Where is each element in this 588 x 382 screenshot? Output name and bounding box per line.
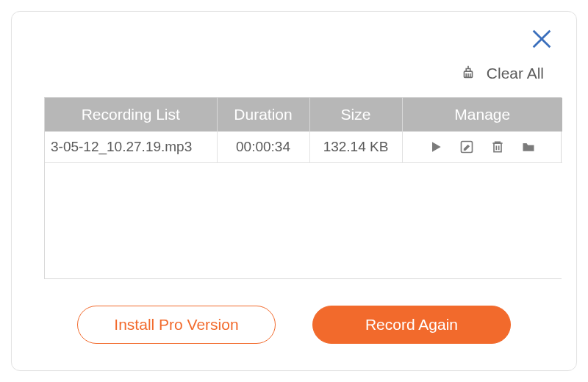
clear-all-button[interactable]: Clear All: [460, 65, 544, 82]
header-manage: Manage: [402, 98, 562, 131]
record-again-label: Record Again: [365, 316, 458, 334]
dialog-button-row: Install Pro Version Record Again: [12, 306, 576, 344]
install-pro-button[interactable]: Install Pro Version: [77, 306, 276, 344]
brush-icon: [460, 65, 476, 82]
cell-size: 132.14 KB: [309, 131, 402, 162]
trash-icon[interactable]: [490, 140, 505, 154]
header-size: Size: [309, 98, 402, 131]
header-recording-list: Recording List: [45, 98, 217, 131]
table-row[interactable]: 3-05-12_10.27.19.mp3 00:00:34 132.14 KB: [45, 131, 562, 162]
play-icon[interactable]: [429, 140, 443, 154]
cell-manage: [402, 131, 562, 162]
recording-history-dialog: Clear All Recording List Duration Size M…: [11, 11, 577, 371]
table-header-row: Recording List Duration Size Manage: [45, 98, 562, 131]
recording-table: Recording List Duration Size Manage 3-05…: [44, 97, 562, 279]
edit-icon[interactable]: [459, 140, 474, 154]
close-button[interactable]: [529, 26, 554, 51]
cell-duration: 00:00:34: [217, 131, 309, 162]
header-duration: Duration: [217, 98, 309, 131]
record-again-button[interactable]: Record Again: [312, 306, 511, 344]
close-icon: [529, 26, 554, 51]
install-pro-label: Install Pro Version: [114, 316, 238, 334]
svg-rect-10: [494, 143, 501, 152]
svg-marker-7: [432, 142, 441, 151]
folder-icon[interactable]: [521, 140, 536, 154]
cell-filename: 3-05-12_10.27.19.mp3: [45, 131, 217, 162]
clear-all-label: Clear All: [487, 65, 544, 82]
